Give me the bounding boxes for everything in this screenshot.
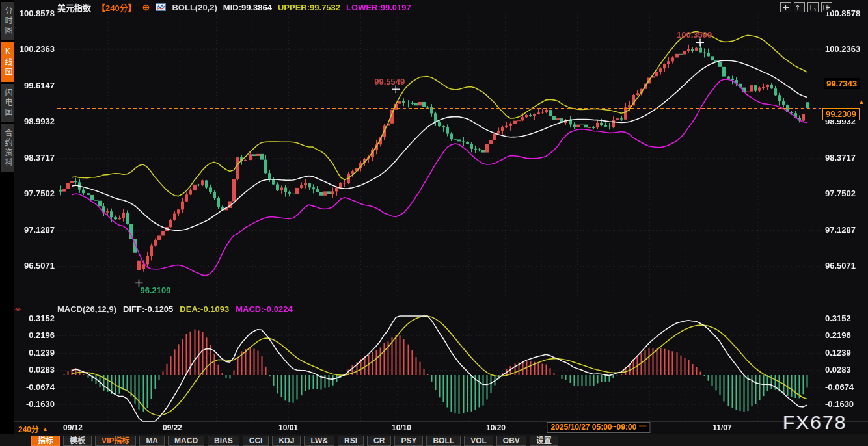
- macd-indicator-label: MACD(26,12,9): [57, 304, 116, 314]
- mini-chart-icon[interactable]: [156, 3, 166, 11]
- sidebar-tab-3[interactable]: 闪电图: [1, 84, 14, 122]
- toolbar-item-KDJ[interactable]: KDJ: [272, 436, 301, 446]
- y-axis-scale-icon[interactable]: [794, 2, 805, 12]
- macd-axis-label: 0.0283: [825, 365, 851, 374]
- upper-band-price-tag: 99.7343: [824, 78, 860, 89]
- macd-hist-value: MACD:-0.0224: [236, 304, 292, 314]
- price-axis-label: 100.2363: [825, 44, 860, 54]
- annotation-high-2: 100.3599: [677, 30, 712, 40]
- toolbar-item-LW&[interactable]: LW&: [304, 436, 334, 446]
- kline-app-window: 分时图K线图闪电图合约资料 美元指数 【240分】 ⊕ BOLL(20,2) M…: [0, 0, 868, 446]
- macd-header: MACD(26,12,9) DIFF:-0.1205 DEA:-0.1093 M…: [57, 304, 293, 314]
- symbol-name: 美元指数: [57, 1, 91, 14]
- chart-canvas[interactable]: [0, 0, 868, 446]
- toolbar-item-BIAS[interactable]: BIAS: [208, 436, 239, 446]
- price-axis-label: 97.1287: [825, 225, 856, 235]
- macd-axis-label: 0.1239: [825, 348, 851, 358]
- window-controls: [780, 2, 832, 12]
- boll-lower-value: LOWER:99.0197: [346, 3, 411, 12]
- indicator-toolbar: 指标模板VIP指标MAMACDBIASCCIKDJLW&RSICRPSYBOLL…: [0, 434, 868, 446]
- toolbar-item-PSY[interactable]: PSY: [394, 436, 423, 446]
- boll-mid-value: MID:99.3864: [223, 3, 272, 12]
- x-axis-tick: 09/12: [63, 423, 83, 432]
- crosshair-move-icon[interactable]: [780, 2, 791, 12]
- toolbar-item-CR[interactable]: CR: [367, 436, 391, 446]
- x-axis-tick: 10/20: [486, 423, 506, 432]
- boll-indicator-label: BOLL(20,2): [172, 3, 217, 12]
- toolbar-item-MACD[interactable]: MACD: [168, 436, 204, 446]
- period-selector[interactable]: 240分 ▲: [18, 423, 48, 434]
- price-axis-label: 96.5071: [825, 261, 856, 270]
- add-indicator-icon[interactable]: ⊕: [142, 2, 150, 12]
- macd-axis-label: 0.2196: [825, 330, 851, 340]
- macd-axis-label: -0.0674: [825, 382, 854, 392]
- toolbar-item-VIP指标[interactable]: VIP指标: [95, 436, 136, 446]
- period-tag: 【240分】: [97, 1, 137, 14]
- watermark: FX678: [783, 412, 847, 434]
- indicator-settings-icon[interactable]: ✳: [14, 305, 21, 315]
- price-up-arrow-icon: ▲: [858, 98, 865, 105]
- toolbar-item-OBV[interactable]: OBV: [496, 436, 526, 446]
- price-axis-label: 97.7502: [825, 189, 856, 198]
- chart-type-sidebar: 分时图K线图闪电图合约资料: [0, 0, 14, 446]
- x-axis-tick: 09/22: [163, 423, 182, 432]
- toolbar-item-指标[interactable]: 指标: [31, 436, 60, 446]
- toolbar-item-设置[interactable]: 设置: [530, 436, 558, 446]
- sidebar-tab-1[interactable]: 分时图: [1, 2, 14, 40]
- sidebar-tab-4[interactable]: 合约资料: [1, 124, 14, 172]
- x-axis-tick: 11/07: [712, 423, 731, 432]
- exit-chart-icon[interactable]: [821, 2, 832, 12]
- chart-header: 美元指数 【240分】 ⊕ BOLL(20,2) MID:99.3864 UPP…: [57, 2, 411, 12]
- chevron-up-icon: ▲: [42, 426, 48, 432]
- toolbar-item-VOL[interactable]: VOL: [464, 436, 493, 446]
- selected-time-label: 2025/10/27 05:00~09:00 一: [547, 422, 650, 433]
- annotation-low: 96.2109: [140, 285, 170, 295]
- period-selector-label: 240分: [18, 423, 39, 434]
- toolbar-item-CCI[interactable]: CCI: [243, 436, 269, 446]
- x-axis-tick: 10/01: [278, 423, 298, 432]
- toolbar-item-MA[interactable]: MA: [139, 436, 165, 446]
- toolbar-item-BOLL[interactable]: BOLL: [426, 436, 461, 446]
- macd-dea-value: DEA:-0.1093: [180, 304, 229, 314]
- last-price-tag: 99.2309: [822, 108, 860, 120]
- toolbar-item-RSI[interactable]: RSI: [338, 436, 364, 446]
- macd-diff-value: DIFF:-0.1205: [123, 304, 173, 314]
- annotation-high-1: 99.5549: [374, 77, 405, 86]
- toolbar-item-模板[interactable]: 模板: [63, 436, 92, 446]
- macd-axis-label: -0.1630: [825, 399, 854, 409]
- price-axis-label: 98.3717: [825, 153, 856, 163]
- sidebar-tab-2[interactable]: K线图: [1, 42, 14, 82]
- boll-upper-value: UPPER:99.7532: [278, 3, 340, 12]
- macd-axis-label: 0.3152: [825, 313, 851, 323]
- x-axis-scale-icon[interactable]: [807, 2, 819, 12]
- x-axis-tick: 10/10: [392, 423, 411, 432]
